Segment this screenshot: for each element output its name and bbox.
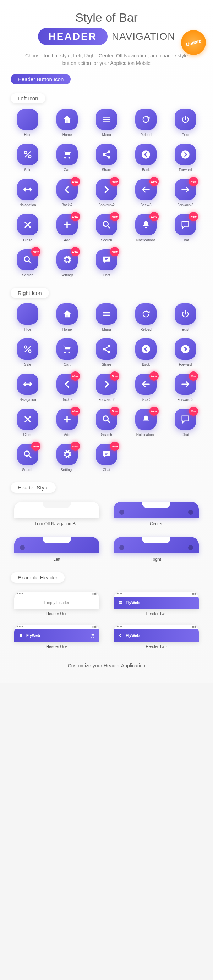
example-header-back[interactable]: ●●●●▮▮▮FlyWebHeader Two <box>114 625 199 649</box>
chev-left-icon: New <box>56 179 78 200</box>
example-header-bar: FlyWeb <box>114 597 199 609</box>
icon-label: Forward-3 <box>177 398 194 402</box>
left-icon-option-cart[interactable]: Cart <box>50 144 84 172</box>
left-icon-option-back[interactable]: Back <box>129 144 163 172</box>
icon-label: Forward-2 <box>98 398 115 402</box>
icon-label: Settings <box>61 273 74 277</box>
icon-label: Menu <box>102 133 111 137</box>
icon-label: Notifications <box>136 238 155 242</box>
page-container: Style of Bar HEADER NAVIGATION Update Ch… <box>0 0 213 682</box>
menu-icon <box>96 109 117 130</box>
icon-label: Forward-2 <box>98 203 115 207</box>
right-icon-option-bell[interactable]: NewNotifications <box>129 409 163 437</box>
right-icon-option-close[interactable]: Close <box>11 409 45 437</box>
new-badge: New <box>110 212 119 221</box>
right-icon-option-home[interactable]: Home <box>50 303 84 331</box>
left-icon-option-bell[interactable]: NewNotifications <box>129 214 163 242</box>
icon-label: Search <box>101 433 112 437</box>
example-header-menu[interactable]: ●●●●▮▮▮FlyWebHeader Two <box>114 592 199 616</box>
right-icon-option-search[interactable]: NewSearch <box>11 444 45 472</box>
navigation-text: NAVIGATION <box>112 31 175 42</box>
right-icon-option-arrow-right[interactable]: NewForward-3 <box>168 374 202 402</box>
right-icon-option-forward[interactable]: Forward <box>168 339 202 366</box>
right-icon-option-hide[interactable]: Hide <box>11 303 45 331</box>
left-icon-option-close[interactable]: Close <box>11 214 45 242</box>
icon-label: Exist <box>181 133 189 137</box>
phone-preview <box>14 501 99 518</box>
header-style-off[interactable]: Turn Off Navigation Bar <box>14 501 99 526</box>
right-icon-option-back[interactable]: Back <box>129 339 163 366</box>
right-icon-pill: Right Icon <box>11 288 49 298</box>
icon-label: Forward <box>179 363 192 366</box>
plus-icon: New <box>56 409 78 430</box>
example-phone-preview: ●●●●▮▮▮FlyWeb <box>114 592 199 609</box>
back-icon <box>135 144 157 165</box>
icon-label: Share <box>102 363 112 366</box>
new-badge: New <box>189 407 198 416</box>
right-icon-option-arrow-left[interactable]: NewBack-3 <box>129 374 163 402</box>
arrow-right-icon: New <box>175 179 196 200</box>
right-icon-option-percent[interactable]: Sale <box>11 339 45 366</box>
right-icon-option-plus[interactable]: NewAdd <box>50 409 84 437</box>
right-icon-option-power[interactable]: Exist <box>168 303 202 331</box>
icon-label: Reload <box>140 133 152 137</box>
icon-label: Search <box>22 273 34 277</box>
right-icon-option-cart[interactable]: Cart <box>50 339 84 366</box>
right-icon-option-search[interactable]: NewSearch <box>90 409 123 437</box>
header-title: Empty Header <box>44 600 69 605</box>
left-icon-option-navigation[interactable]: Navigation <box>11 179 45 207</box>
right-icon-option-reload[interactable]: Reload <box>129 303 163 331</box>
left-icon-option-gear[interactable]: NewSettings <box>50 249 84 277</box>
home-icon <box>18 633 23 638</box>
example-header-empty[interactable]: ●●●●▮▮▮Empty HeaderHeader One <box>14 592 99 616</box>
icon-label: Add <box>64 238 70 242</box>
right-icon-option-menu[interactable]: Menu <box>90 303 123 331</box>
new-badge: New <box>149 371 159 381</box>
right-icon-option-navigation[interactable]: Navigation <box>11 374 45 402</box>
home-icon <box>56 303 78 325</box>
left-icon-option-search[interactable]: NewSearch <box>90 214 123 242</box>
left-icon-option-home[interactable]: Home <box>50 109 84 137</box>
header-style-center[interactable]: Center <box>114 501 199 526</box>
icon-label: Navigation <box>19 398 36 402</box>
left-icon-option-chev-left[interactable]: NewBack-2 <box>50 179 84 207</box>
left-icon-grid: HideHomeMenuReloadExistSaleCartShareBack… <box>7 109 206 288</box>
left-icon-option-chat[interactable]: NewChat <box>168 214 202 242</box>
reload-icon <box>135 303 157 325</box>
left-icon-option-power[interactable]: Exist <box>168 109 202 137</box>
header-style-label: Right <box>114 557 199 562</box>
chev-right-icon: New <box>96 374 117 395</box>
left-icon-option-hide[interactable]: Hide <box>11 109 45 137</box>
left-icon-option-search[interactable]: NewSearch <box>11 249 45 277</box>
new-badge: New <box>70 212 80 221</box>
example-header-pill: Example Header <box>11 573 65 583</box>
left-icon-option-menu[interactable]: Menu <box>90 109 123 137</box>
icon-label: Cart <box>64 168 70 172</box>
icon-label: Back-3 <box>140 203 151 207</box>
right-icon-option-chev-right[interactable]: NewForward-2 <box>90 374 123 402</box>
left-icon-option-percent[interactable]: Sale <box>11 144 45 172</box>
header-style-right[interactable]: Right <box>114 537 199 562</box>
power-icon <box>175 303 196 325</box>
new-badge: New <box>31 247 40 256</box>
arrow-left-icon: New <box>135 179 157 200</box>
right-icon-option-chat[interactable]: NewChat <box>168 409 202 437</box>
icon-label: Search <box>101 238 112 242</box>
right-icon-option-gear[interactable]: NewSettings <box>50 444 84 472</box>
example-header-home-cart[interactable]: ●●●●▮▮▮FlyWebHeader One <box>14 625 99 649</box>
right-icon-option-chev-left[interactable]: NewBack-2 <box>50 374 84 402</box>
left-icon-option-share[interactable]: Share <box>90 144 123 172</box>
header-style-left[interactable]: Left <box>14 537 99 562</box>
left-icon-option-forward[interactable]: Forward <box>168 144 202 172</box>
left-icon-option-arrow-right[interactable]: NewForward-3 <box>168 179 202 207</box>
left-icon-option-plus[interactable]: NewAdd <box>50 214 84 242</box>
left-icon-option-arrow-left[interactable]: NewBack-3 <box>129 179 163 207</box>
percent-icon <box>17 144 38 165</box>
right-icon-option-share[interactable]: Share <box>90 339 123 366</box>
left-icon-option-chev-right[interactable]: NewForward-2 <box>90 179 123 207</box>
left-icon-option-reload[interactable]: Reload <box>129 109 163 137</box>
new-badge: New <box>110 247 119 256</box>
right-icon-option-chatfill[interactable]: NewChat <box>90 444 123 472</box>
left-icon-option-chatfill[interactable]: NewChat <box>90 249 123 277</box>
chev-left-icon: New <box>56 374 78 395</box>
